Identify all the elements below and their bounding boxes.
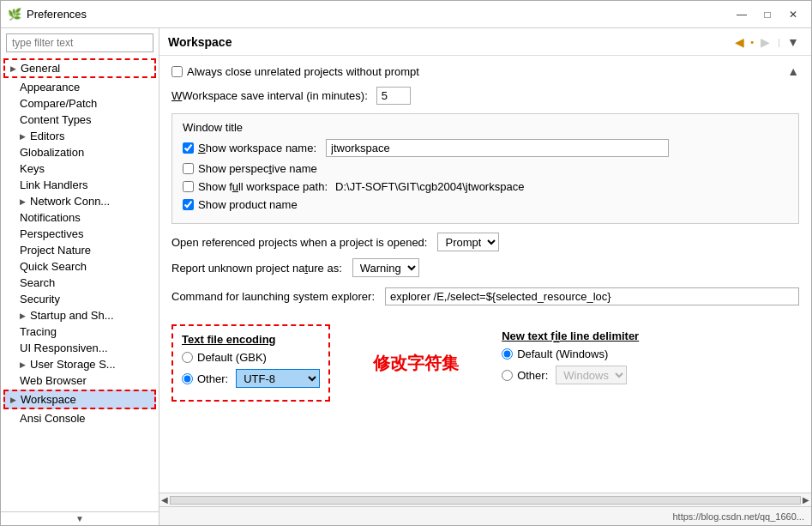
default-encoding-radio[interactable] — [182, 352, 193, 363]
sidebar-item-security[interactable]: Security — [1, 291, 159, 307]
sidebar-item-network-conn[interactable]: ▶ Network Conn... — [1, 193, 159, 209]
panel-body: Always close unrelated projects without … — [159, 56, 811, 493]
other-encoding-label: Other: — [197, 372, 228, 385]
window-title-section: Window title Show workspace name: Show p… — [171, 113, 799, 224]
default-delimiter-label: Default (Windows) — [517, 348, 608, 360]
user-storage-arrow: ▶ — [20, 360, 26, 369]
sidebar-item-globalization-label: Globalization — [20, 146, 84, 159]
workspace-name-input[interactable] — [326, 139, 669, 157]
sidebar-item-perspectives-label: Perspectives — [20, 227, 83, 240]
open-referenced-select[interactable]: Prompt Always Never — [437, 233, 499, 251]
back-button[interactable]: ◀ — [730, 33, 749, 51]
sidebar-item-link-handlers-label: Link Handlers — [20, 178, 88, 191]
sidebar-item-search-label: Search — [20, 276, 55, 289]
status-url: https://blog.csdn.net/qq_1660... — [672, 511, 804, 522]
forward-button[interactable]: ▶ — [755, 33, 774, 51]
open-referenced-row: Open referenced projects when a project … — [171, 233, 799, 251]
delimiter-select[interactable]: Windows Unix Mac — [556, 366, 627, 384]
sidebar-item-security-label: Security — [20, 293, 60, 305]
sidebar-item-tracing[interactable]: Tracing — [1, 323, 159, 340]
encoding-select[interactable]: UTF-8 GBK ISO-8859-1 UTF-16 — [236, 369, 320, 388]
default-encoding-label: Default (GBK) — [197, 351, 267, 364]
other-encoding-row: Other: UTF-8 GBK ISO-8859-1 UTF-16 — [182, 369, 320, 388]
menu-icon: ▼ — [787, 35, 799, 49]
sidebar-item-network-conn-label: Network Conn... — [30, 195, 110, 208]
scroll-left-icon[interactable]: ◀ — [161, 495, 168, 505]
separator-dot: • — [750, 37, 754, 47]
other-delimiter-radio[interactable] — [502, 370, 513, 381]
encoding-section: Text file encoding Default (GBK) Other: … — [171, 317, 799, 408]
command-input[interactable] — [385, 287, 799, 305]
show-perspective-name-checkbox[interactable] — [183, 163, 194, 174]
general-arrow: ▶ — [10, 64, 16, 73]
command-row: Command for launching system explorer: — [171, 287, 799, 305]
sidebar-item-compare[interactable]: Compare/Patch — [1, 95, 159, 112]
minimize-button[interactable]: — — [731, 6, 753, 23]
sidebar-item-web-browser[interactable]: Web Browser — [1, 372, 159, 389]
show-workspace-name-row: Show workspace name: — [183, 139, 788, 157]
network-arrow: ▶ — [20, 197, 26, 206]
sidebar-item-notifications[interactable]: Notifications — [1, 209, 159, 226]
sidebar: ▶ General Appearance Compare/Patch Conte… — [1, 28, 159, 525]
sidebar-item-perspectives[interactable]: Perspectives — [1, 226, 159, 242]
workspace-save-input[interactable] — [376, 87, 411, 105]
show-full-workspace-label: Show full workspace path: — [198, 180, 328, 193]
encoding-box: Text file encoding Default (GBK) Other: … — [171, 324, 330, 402]
report-unknown-select[interactable]: Warning Error Info — [352, 258, 419, 277]
sidebar-item-search[interactable]: Search — [1, 275, 159, 291]
show-perspective-name-row: Show perspective name — [183, 162, 788, 175]
show-product-name-label: Show product name — [198, 198, 298, 211]
sidebar-item-ui-responsiveness-label: UI Responsiven... — [20, 342, 108, 354]
horizontal-scroll-track[interactable] — [170, 496, 801, 505]
sidebar-item-workspace[interactable]: ▶ Workspace — [5, 391, 154, 408]
sidebar-item-editors[interactable]: ▶ Editors — [1, 128, 159, 144]
default-delimiter-radio[interactable] — [502, 348, 513, 360]
workspace-path-text: D:\JT-SOFT\GIT\cgb2004\jtworkspace — [335, 180, 524, 193]
panel-toolbar: ◀ • ▶ | ▼ — [730, 33, 803, 51]
panel-header: Workspace ◀ • ▶ | ▼ — [159, 28, 811, 56]
sidebar-item-web-browser-label: Web Browser — [20, 374, 87, 387]
sidebar-item-content-types[interactable]: Content Types — [1, 112, 159, 128]
show-full-workspace-checkbox[interactable] — [183, 181, 194, 192]
sidebar-item-project-nature[interactable]: Project Nature — [1, 242, 159, 258]
sidebar-item-ansi-console[interactable]: Ansi Console — [1, 410, 159, 426]
window-title: Preferences — [27, 8, 731, 21]
toolbar-sep: | — [778, 37, 780, 47]
sidebar-item-workspace-label: Workspace — [21, 393, 76, 406]
sidebar-item-compare-label: Compare/Patch — [20, 97, 97, 110]
forward-icon: ▶ — [761, 35, 770, 49]
maximize-button[interactable]: □ — [756, 6, 779, 23]
close-button[interactable]: ✕ — [782, 6, 804, 23]
scroll-right-icon[interactable]: ▶ — [803, 495, 809, 505]
sidebar-item-general[interactable]: ▶ General — [5, 60, 154, 76]
sidebar-item-ui-responsiveness[interactable]: UI Responsiven... — [1, 340, 159, 356]
show-perspective-name-label: Show perspective name — [198, 162, 317, 175]
sidebar-item-globalization[interactable]: Globalization — [1, 144, 159, 160]
sidebar-item-startup-label: Startup and Sh... — [30, 309, 114, 322]
sidebar-scroll-down[interactable]: ▼ — [1, 511, 159, 525]
show-workspace-name-checkbox[interactable] — [183, 142, 194, 154]
default-encoding-row: Default (GBK) — [182, 351, 320, 364]
open-referenced-label: Open referenced projects when a project … — [171, 236, 427, 249]
sidebar-item-user-storage[interactable]: ▶ User Storage S... — [1, 356, 159, 372]
workspace-save-row: WWorkspace save interval (in minutes): — [171, 87, 799, 105]
sidebar-item-keys-label: Keys — [20, 162, 45, 175]
always-close-checkbox[interactable] — [171, 66, 183, 77]
delimiter-section-title: New text fi̲le line delimiter — [502, 330, 656, 342]
sidebar-item-startup[interactable]: ▶ Startup and Sh... — [1, 307, 159, 323]
collapse-icon[interactable]: ▲ — [787, 64, 799, 78]
sidebar-item-link-handlers[interactable]: Link Handlers — [1, 177, 159, 193]
sidebar-item-keys[interactable]: Keys — [1, 160, 159, 177]
sidebar-item-appearance[interactable]: Appearance — [1, 79, 159, 95]
other-encoding-radio[interactable] — [182, 373, 193, 384]
title-bar: 🌿 Preferences — □ ✕ — [1, 1, 811, 28]
horizontal-scrollbar: ◀ ▶ — [159, 493, 811, 506]
sidebar-item-quick-search[interactable]: Quick Search — [1, 258, 159, 275]
menu-button[interactable]: ▼ — [784, 33, 803, 51]
annotation-text: 修改字符集 — [373, 352, 459, 375]
sidebar-item-tracing-label: Tracing — [20, 325, 57, 338]
sidebar-item-quick-search-label: Quick Search — [20, 260, 87, 273]
filter-input[interactable] — [6, 33, 153, 52]
command-label: Command for launching system explorer: — [171, 290, 375, 303]
show-product-name-checkbox[interactable] — [183, 199, 194, 210]
